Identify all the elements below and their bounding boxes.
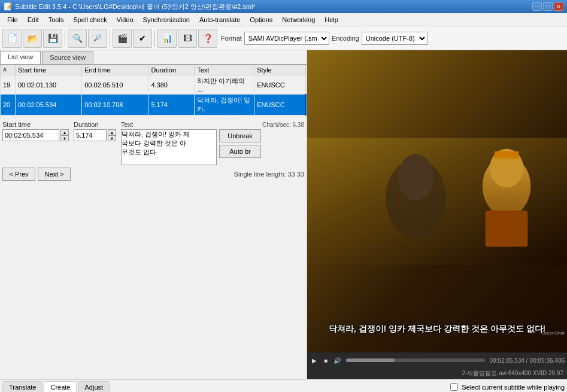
text-textarea[interactable] <box>121 129 217 165</box>
video-time-total: 00:05:36.406 <box>530 357 565 364</box>
video-time-sep: / <box>526 357 528 364</box>
edit-area: Start time ▲ ▼ Duration ▲ <box>0 118 307 379</box>
watermark: GreenShot <box>541 330 565 336</box>
titlebar: 📝 Subtitle Edit 3.5.4 - C:\Users\LG#Desk… <box>0 0 567 13</box>
format-label: Format <box>221 35 242 42</box>
text-action-buttons: Unbreak Auto br <box>219 129 261 165</box>
menu-spell[interactable]: Spell check <box>68 15 111 25</box>
video-progress-bar[interactable] <box>346 358 485 362</box>
menu-tools[interactable]: Tools <box>44 15 69 25</box>
start-time-input[interactable] <box>2 129 59 141</box>
menubar: File Edit Tools Spell check Video Synchr… <box>0 13 567 26</box>
stop-button[interactable]: ■ <box>321 355 331 365</box>
nav-buttons: < Prev Next > <box>2 168 71 181</box>
encoding-label: Encoding <box>332 35 359 42</box>
app-title: Subtitle Edit 3.5.4 - C:\Users\LG#Deskto… <box>15 2 256 11</box>
menu-sync[interactable]: Synchronization <box>138 15 195 25</box>
waveform-btn[interactable]: 📊 <box>157 29 177 48</box>
open-button[interactable]: 📂 <box>23 29 42 48</box>
tab-adjust[interactable]: Adjust <box>78 381 110 393</box>
menu-networking[interactable]: Networking <box>277 15 320 25</box>
edit-row1: Start time ▲ ▼ Duration ▲ <box>2 121 304 165</box>
close-button[interactable]: ✕ <box>554 2 563 11</box>
toolbar-sep3 <box>154 30 155 47</box>
tab-translate[interactable]: Translate <box>2 381 43 393</box>
find-button[interactable]: 🔍 <box>68 29 87 48</box>
subtitle-select-row: Select current subtitle while playing <box>450 383 565 391</box>
video-info: 2-재촬영필요.avi 640x400 XVID 29.97 <box>462 369 563 378</box>
cell-end: 00:02:05.510 <box>82 75 148 95</box>
duration-down[interactable]: ▼ <box>108 135 116 141</box>
video-frame: 닥쳐라, 겁쟁이! 잉카 제국보다 강력한 것은 아무것도 없다! GreenS… <box>307 50 567 353</box>
svg-rect-3 <box>495 151 519 159</box>
start-time-spinner: ▲ ▼ <box>60 129 69 141</box>
cell-start: 00:02:01.130 <box>16 75 82 95</box>
duration-up[interactable]: ▲ <box>108 129 116 135</box>
tab-create[interactable]: Create <box>44 381 77 393</box>
volume-button[interactable]: 🔊 <box>332 355 342 365</box>
text-group: Text Chars/sec: 6.38 Unbreak Auto br <box>121 121 304 165</box>
encoding-select[interactable]: Unicode (UTF-8) <box>362 32 427 45</box>
help-btn[interactable]: ❓ <box>198 29 217 48</box>
prev-button[interactable]: < Prev <box>2 168 35 181</box>
play-button[interactable]: ▶ <box>310 355 319 365</box>
svg-rect-4 <box>486 211 528 247</box>
duration-input[interactable] <box>74 129 107 141</box>
subtitle-table: # Start time End time Duration Text Styl… <box>0 65 307 118</box>
col-style: Style <box>254 65 306 75</box>
table-row[interactable]: 1900:02:01.13000:02:05.5104.380하지만 아기레의 … <box>1 75 306 95</box>
chars-per-sec: Chars/sec: 6.38 <box>262 121 304 128</box>
toolbar: 📄 📂 💾 🔍 🔎 🎬 ✔ 📊 🎞 ❓ Format SAMI AVDicPla… <box>0 26 567 50</box>
new-button[interactable]: 📄 <box>2 29 22 48</box>
menu-file[interactable]: File <box>2 15 23 25</box>
menu-options[interactable]: Options <box>245 15 277 25</box>
auto-br-button[interactable]: Auto br <box>219 145 261 158</box>
bottom-tabs-bar: Translate Create Adjust Select current s… <box>0 379 567 392</box>
format-select[interactable]: SAMI AVDicPlayer (.sm <box>244 32 329 45</box>
titlebar-left: 📝 Subtitle Edit 3.5.4 - C:\Users\LG#Desk… <box>4 2 256 11</box>
video-info-bar: 2-재촬영필요.avi 640x400 XVID 29.97 <box>307 368 567 379</box>
video-subtitle-overlay: 닥쳐라, 겁쟁이! 잉카 제국보다 강력한 것은 아무것도 없다! <box>307 324 567 335</box>
cell-end: 00:02:10.708 <box>82 95 148 116</box>
left-panel: List view Source view # Start time End t… <box>0 50 307 379</box>
tab-sourceview[interactable]: Source view <box>42 51 93 64</box>
cell-num: 20 <box>1 95 16 116</box>
duration-spinner: ▲ ▼ <box>108 129 116 141</box>
cell-duration: 4.380 <box>148 75 195 95</box>
start-time-up[interactable]: ▲ <box>60 129 69 135</box>
subtitle-select-checkbox[interactable] <box>450 383 458 391</box>
start-time-down[interactable]: ▼ <box>60 135 69 141</box>
cell-num: 19 <box>1 75 16 95</box>
single-line-info: Single line length: 33 33 <box>234 171 304 178</box>
table-row[interactable]: 2000:02:05.53400:02:10.7085.174닥쳐라, 겁쟁이!… <box>1 95 306 116</box>
menu-autotranslate[interactable]: Auto-translate <box>195 15 245 25</box>
svg-point-6 <box>398 154 434 200</box>
unbreak-button[interactable]: Unbreak <box>219 129 261 142</box>
tab-listview[interactable]: List view <box>0 51 41 64</box>
video-background <box>307 50 567 353</box>
menu-video[interactable]: Video <box>112 15 138 25</box>
subtitle-table-wrapper: # Start time End time Duration Text Styl… <box>0 65 307 118</box>
duration-label: Duration <box>74 121 116 128</box>
col-text: Text <box>195 65 254 75</box>
menu-help[interactable]: Help <box>320 15 343 25</box>
cell-text: 그만, 아타후알파.... <box>195 116 254 119</box>
spell-btn[interactable]: ✔ <box>133 29 152 48</box>
maximize-button[interactable]: □ <box>543 2 553 11</box>
subtitle-btn[interactable]: 🎞 <box>178 29 197 48</box>
replace-button[interactable]: 🔎 <box>88 29 107 48</box>
minimize-button[interactable]: — <box>532 2 542 11</box>
save-button[interactable]: 💾 <box>43 29 62 48</box>
menu-edit[interactable]: Edit <box>23 15 44 25</box>
cell-start: 00:02:10.732 <box>16 116 82 119</box>
toolbar-sep2 <box>110 30 110 47</box>
text-label: Text <box>121 121 133 128</box>
cell-duration: 5.243 <box>148 116 195 119</box>
next-button[interactable]: Next > <box>38 168 71 181</box>
cell-style: ENUSCC <box>254 116 306 119</box>
col-duration: Duration <box>148 65 195 75</box>
video-controls: ▶ ■ 🔊 00:02:05.534 / 00:05:36.406 <box>307 353 567 368</box>
video-time: 00:02:05.534 <box>489 357 524 364</box>
video-btn[interactable]: 🎬 <box>113 29 132 48</box>
table-row[interactable]: 2100:02:10.73200:02:15.9755.243그만, 아타후알파… <box>1 116 306 119</box>
